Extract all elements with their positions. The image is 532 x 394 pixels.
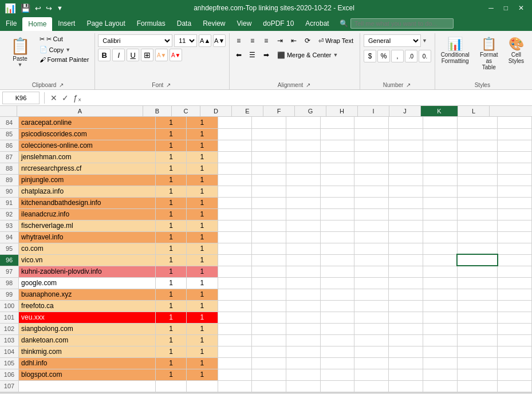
cell-i[interactable] <box>389 163 423 174</box>
cell-k[interactable] <box>457 220 498 231</box>
cell-g[interactable] <box>320 140 354 151</box>
cell-d[interactable] <box>218 312 252 323</box>
cell-h[interactable] <box>354 300 389 312</box>
cell-h[interactable] <box>354 254 389 266</box>
close-button[interactable]: ✕ <box>515 4 527 12</box>
cell-j[interactable] <box>423 254 457 266</box>
cell-d[interactable] <box>218 197 252 208</box>
cell-h[interactable] <box>354 369 389 380</box>
cell-j[interactable] <box>423 220 457 231</box>
cell-g[interactable] <box>320 323 354 334</box>
cell-h[interactable] <box>354 197 389 208</box>
cell-k[interactable] <box>457 277 498 289</box>
cell-a[interactable]: jenslehman.com <box>19 151 156 163</box>
cell-g[interactable] <box>320 220 354 231</box>
cell-h[interactable] <box>354 346 389 357</box>
cell-a[interactable]: vico.vn <box>19 254 156 266</box>
cell-a[interactable]: kuhni-zaobleni-plovdiv.info <box>19 266 156 277</box>
cell-i[interactable] <box>389 323 423 334</box>
cell-i[interactable] <box>389 208 423 220</box>
col-header-b[interactable]: B <box>143 106 172 116</box>
format-as-table-button[interactable]: 📋 Format as Table <box>474 34 504 73</box>
decimal-increase-button[interactable]: .0 <box>405 50 417 62</box>
cell-i[interactable] <box>389 312 423 323</box>
cell-a[interactable]: psicodioscorides.com <box>19 128 156 140</box>
cell-e[interactable] <box>252 140 286 151</box>
cell-d[interactable] <box>218 128 252 140</box>
cell-c[interactable]: 1 <box>187 243 218 254</box>
cell-c[interactable]: 1 <box>187 117 218 128</box>
cell-d[interactable] <box>218 254 252 266</box>
cell-l[interactable] <box>498 231 532 243</box>
align-top-center-button[interactable]: ≡ <box>246 34 259 47</box>
cell-i[interactable] <box>389 266 423 277</box>
cell-j[interactable] <box>423 128 457 140</box>
cell-h[interactable] <box>354 289 389 300</box>
cell-c[interactable]: 1 <box>187 231 218 243</box>
cell-c[interactable]: 1 <box>187 163 218 174</box>
cell-b[interactable]: 1 <box>155 266 186 277</box>
cell-h[interactable] <box>354 220 389 231</box>
cell-l[interactable] <box>498 369 532 380</box>
cell-i[interactable] <box>389 380 423 392</box>
cell-e[interactable] <box>252 266 286 277</box>
cell-h[interactable] <box>354 140 389 151</box>
cell-g[interactable] <box>320 231 354 243</box>
cut-button[interactable]: ✂ ✂ Cut <box>37 34 92 44</box>
underline-button[interactable]: U <box>127 49 139 61</box>
align-top-left-button[interactable]: ≡ <box>232 34 245 47</box>
cell-f[interactable] <box>286 220 321 231</box>
cell-f[interactable] <box>286 117 321 128</box>
col-header-i[interactable]: I <box>358 106 389 116</box>
cell-g[interactable] <box>320 254 354 266</box>
cell-d[interactable] <box>218 220 252 231</box>
cell-b[interactable]: 1 <box>155 369 186 380</box>
menu-dopdf[interactable]: doPDF 10 <box>257 16 300 31</box>
save-icon[interactable]: 💾 <box>21 3 30 13</box>
cell-i[interactable] <box>389 334 423 346</box>
cell-c[interactable] <box>187 380 218 392</box>
cell-a[interactable]: google.com <box>19 277 156 289</box>
maximize-button[interactable]: □ <box>501 4 511 12</box>
cell-g[interactable] <box>320 300 354 312</box>
cell-a[interactable]: veu.xxx <box>19 312 156 323</box>
cell-d[interactable] <box>218 323 252 334</box>
cell-f[interactable] <box>286 231 321 243</box>
cell-f[interactable] <box>286 128 321 140</box>
cell-l[interactable] <box>498 300 532 312</box>
cell-l[interactable] <box>498 289 532 300</box>
cell-d[interactable] <box>218 300 252 312</box>
cell-c[interactable]: 1 <box>187 357 218 369</box>
col-header-a[interactable]: A <box>17 106 143 116</box>
cell-j[interactable] <box>423 334 457 346</box>
cell-a[interactable]: buanaphone.xyz <box>19 289 156 300</box>
minimize-button[interactable]: ─ <box>485 4 497 12</box>
menu-data[interactable]: Data <box>171 16 197 31</box>
cell-g[interactable] <box>320 128 354 140</box>
cell-c[interactable]: 1 <box>187 300 218 312</box>
cell-k[interactable] <box>457 243 498 254</box>
cell-f[interactable] <box>286 380 321 392</box>
cell-b[interactable]: 1 <box>155 220 186 231</box>
cell-k[interactable] <box>457 128 498 140</box>
cell-e[interactable] <box>252 151 286 163</box>
cell-h[interactable] <box>354 323 389 334</box>
cell-b[interactable]: 1 <box>155 151 186 163</box>
cell-a[interactable]: danketoan.com <box>19 334 156 346</box>
cell-a[interactable]: blogspot.com <box>19 369 156 380</box>
cell-j[interactable] <box>423 197 457 208</box>
cell-j[interactable] <box>423 231 457 243</box>
cell-k[interactable] <box>457 346 498 357</box>
cell-a[interactable]: co.com <box>19 243 156 254</box>
cell-j[interactable] <box>423 312 457 323</box>
cell-j[interactable] <box>423 266 457 277</box>
cell-h[interactable] <box>354 231 389 243</box>
cell-b[interactable]: 1 <box>155 186 186 197</box>
cell-h[interactable] <box>354 128 389 140</box>
cell-f[interactable] <box>286 277 321 289</box>
cell-g[interactable] <box>320 163 354 174</box>
menu-file[interactable]: File <box>0 16 22 31</box>
percent-button[interactable]: % <box>377 50 390 62</box>
cell-b[interactable]: 1 <box>155 163 186 174</box>
cell-i[interactable] <box>389 174 423 186</box>
